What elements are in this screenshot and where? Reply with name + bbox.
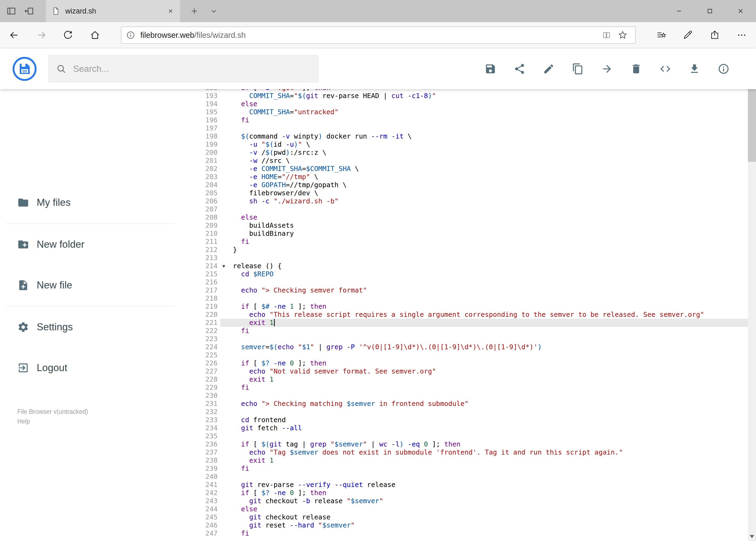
- code-line[interactable]: 231 echo "> Checking matching $semver in…: [195, 400, 748, 408]
- code-text[interactable]: [227, 278, 748, 286]
- minimize-button[interactable]: [664, 0, 694, 22]
- code-line[interactable]: 223: [195, 335, 748, 343]
- code-text[interactable]: if [ $? -ne 0 ]; then: [227, 489, 748, 497]
- code-line[interactable]: 241 git rev-parse --verify --quiet relea…: [195, 481, 748, 489]
- code-text[interactable]: -e HOME="//tmp" \: [227, 173, 748, 181]
- code-text[interactable]: git reset --hard "$semver": [227, 521, 748, 529]
- code-line[interactable]: 244 else: [195, 505, 748, 513]
- code-line[interactable]: 192 if [ -d ".git" ]; then: [195, 89, 748, 92]
- code-line[interactable]: 210 buildBinary: [195, 230, 748, 238]
- code-text[interactable]: [227, 351, 748, 359]
- move-button[interactable]: [593, 48, 622, 89]
- code-line[interactable]: 196 fi: [195, 116, 748, 124]
- code-line[interactable]: 236 if [ $(git tag | grep "$semver" | wc…: [195, 440, 748, 448]
- page-scrollbar[interactable]: [748, 48, 756, 541]
- code-text[interactable]: [227, 473, 748, 481]
- copy-button[interactable]: [563, 48, 593, 89]
- code-text[interactable]: if [ -d ".git" ]; then: [227, 89, 748, 92]
- code-text[interactable]: [227, 124, 748, 132]
- code-line[interactable]: 203 -e HOME="//tmp" \: [195, 173, 748, 181]
- code-text[interactable]: echo "This release script requires a sin…: [227, 310, 748, 319]
- code-line[interactable]: 217 echo "> Checking semver format": [195, 286, 748, 294]
- code-line[interactable]: 235: [195, 432, 748, 440]
- code-text[interactable]: sh -c "./wizard.sh -b": [227, 197, 748, 205]
- info-button[interactable]: [709, 48, 738, 89]
- code-line[interactable]: 246 git reset --hard "$semver": [195, 521, 748, 529]
- code-line[interactable]: 228 exit 1: [195, 375, 748, 383]
- code-text[interactable]: git checkout -b release "$semver": [227, 497, 748, 505]
- code-text[interactable]: [227, 205, 748, 214]
- code-text[interactable]: }: [227, 246, 748, 254]
- code-line[interactable]: 245 git checkout release: [195, 513, 748, 521]
- code-line[interactable]: 215 cd $REPO: [195, 270, 748, 278]
- download-button[interactable]: [680, 48, 709, 89]
- code-line[interactable]: 219 if [ $# -ne 1 ]; then: [195, 302, 748, 310]
- code-text[interactable]: [227, 294, 748, 302]
- fold-marker-icon[interactable]: ▾: [220, 262, 227, 270]
- rename-button[interactable]: [534, 48, 563, 89]
- code-text[interactable]: if [ $? -ne 0 ]; then: [227, 359, 748, 367]
- code-line[interactable]: 232: [195, 408, 748, 416]
- sidebar-item-logout[interactable]: Logout: [0, 355, 179, 381]
- code-line[interactable]: 222 fi: [195, 327, 748, 335]
- code-text[interactable]: if [ $(git tag | grep "$semver" | wc -l)…: [227, 440, 748, 448]
- code-line[interactable]: 199 -u "$(id -u)" \: [195, 141, 748, 149]
- code-line[interactable]: 202 -e COMMIT_SHA=$COMMIT_SHA \: [195, 165, 748, 173]
- tabs-preview-button[interactable]: [3, 0, 20, 22]
- code-text[interactable]: -e COMMIT_SHA=$COMMIT_SHA \: [227, 165, 748, 173]
- code-line[interactable]: 220 echo "This release script requires a…: [195, 310, 748, 319]
- tab-chevron-button[interactable]: [205, 0, 222, 22]
- code-text[interactable]: git fetch --all: [227, 424, 748, 432]
- code-text[interactable]: -w //src \: [227, 157, 748, 165]
- annotate-button[interactable]: [678, 22, 697, 48]
- new-tab-button[interactable]: [186, 0, 203, 22]
- code-editor[interactable]: 192 if [ -d ".git" ]; then193 COMMIT_SHA…: [195, 89, 748, 541]
- refresh-button[interactable]: [58, 22, 78, 48]
- code-text[interactable]: cd $REPO: [227, 270, 748, 278]
- code-line[interactable]: 218: [195, 294, 748, 302]
- code-line[interactable]: 205 filebrowser/dev \: [195, 189, 748, 197]
- code-line[interactable]: 211 fi: [195, 238, 748, 246]
- code-text[interactable]: [227, 432, 748, 440]
- code-text[interactable]: COMMIT_SHA="$(git rev-parse HEAD | cut -…: [227, 92, 748, 100]
- code-line[interactable]: 204 -e GOPATH=//tmp/gopath \: [195, 181, 748, 189]
- save-button[interactable]: [476, 48, 505, 89]
- code-line[interactable]: 207: [195, 205, 748, 214]
- code-line[interactable]: 234 git fetch --all: [195, 424, 748, 432]
- code-line[interactable]: 201 -w //src \: [195, 157, 748, 165]
- code-text[interactable]: exit 1: [227, 375, 748, 383]
- sidebar-item-my-files[interactable]: My files: [0, 190, 179, 216]
- hub-button[interactable]: [651, 22, 671, 48]
- set-tabs-aside-button[interactable]: [21, 0, 38, 22]
- code-text[interactable]: git rev-parse --verify --quiet release: [227, 481, 748, 489]
- code-text[interactable]: [227, 392, 748, 400]
- code-line[interactable]: 200 -v /$(pwd):/src:z \: [195, 149, 748, 157]
- code-line[interactable]: 237 echo "Tag $semver does not exist in …: [195, 448, 748, 456]
- code-line[interactable]: 229 fi: [195, 383, 748, 392]
- code-line[interactable]: 225: [195, 351, 748, 359]
- code-line[interactable]: 224 semver=$(echo "$1" | grep -P '^v(0|[…: [195, 343, 748, 351]
- code-text[interactable]: -e GOPATH=//tmp/gopath \: [227, 181, 748, 189]
- code-text[interactable]: -u "$(id -u)" \: [227, 141, 748, 149]
- forward-button[interactable]: [32, 22, 51, 48]
- code-text[interactable]: [227, 408, 748, 416]
- code-text[interactable]: else: [227, 505, 748, 513]
- code-text[interactable]: fi: [227, 116, 748, 124]
- code-text[interactable]: fi: [227, 529, 748, 537]
- site-info-icon[interactable]: [126, 30, 135, 40]
- favorite-star-button[interactable]: [615, 27, 631, 43]
- code-text[interactable]: exit 1: [227, 319, 748, 327]
- code-text[interactable]: buildBinary: [227, 230, 748, 238]
- code-text[interactable]: fi: [227, 327, 748, 335]
- code-text[interactable]: echo "> Checking matching $semver in fro…: [227, 400, 748, 408]
- code-line[interactable]: 206 sh -c "./wizard.sh -b": [195, 197, 748, 205]
- code-text[interactable]: fi: [227, 383, 748, 392]
- code-line[interactable]: 226 if [ $? -ne 0 ]; then: [195, 359, 748, 367]
- search-input[interactable]: [73, 64, 311, 74]
- code-line[interactable]: 239 fi: [195, 465, 748, 473]
- share-file-button[interactable]: [505, 48, 534, 89]
- code-text[interactable]: [227, 335, 748, 343]
- sidebar-item-new-folder[interactable]: New folder: [0, 232, 179, 258]
- code-text[interactable]: fi: [227, 465, 748, 473]
- code-line[interactable]: 240: [195, 473, 748, 481]
